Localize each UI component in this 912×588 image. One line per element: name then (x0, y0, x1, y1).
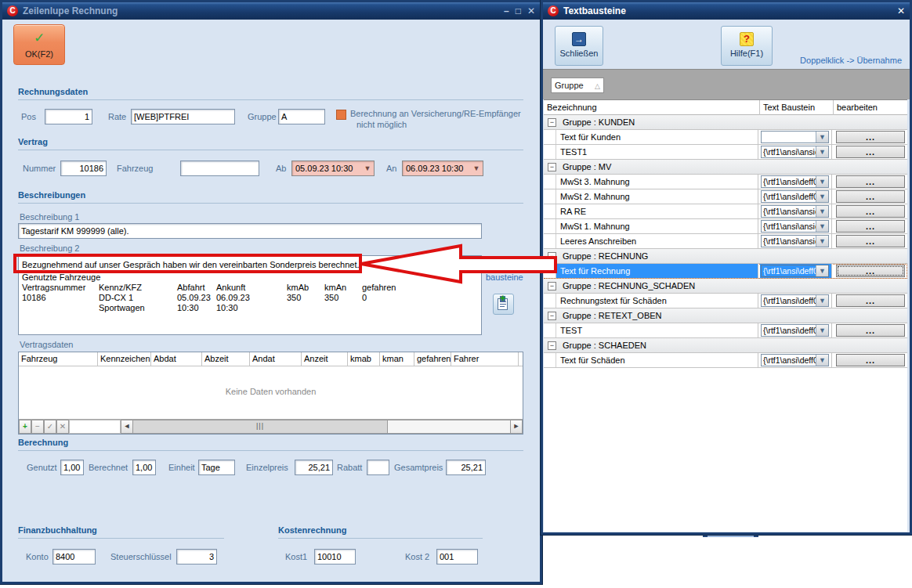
baustein-name-cell[interactable]: TEST1 (556, 145, 758, 159)
collapse-icon[interactable]: − (548, 118, 556, 127)
scrollbar-track[interactable] (388, 420, 510, 433)
an-date-combo[interactable]: 06.09.23 10:30 ▼ (402, 161, 483, 176)
collapse-icon[interactable]: − (548, 341, 556, 350)
rtf-combo[interactable]: {\rtf1\ansi\deff0▼ (761, 265, 829, 277)
chevron-down-icon[interactable]: ▼ (816, 206, 828, 217)
group-row[interactable]: −Gruppe : RETEXT_OBEN (544, 308, 907, 323)
textbaustein-row[interactable]: TEST{\rtf1\ansi\deff0▼... (544, 323, 907, 338)
textbaustein-row[interactable]: TEST1{\rtf1\ansi\ansicpg▼... (544, 145, 907, 160)
scroll-right-icon[interactable]: ► (510, 420, 522, 433)
vertragsdaten-column-header[interactable]: Anzeit (302, 352, 348, 366)
confirm-row-button[interactable]: ✓ (44, 420, 56, 434)
rtf-combo[interactable]: {\rtf1\ansi\ansicpg▼ (761, 235, 829, 247)
cancel-row-button[interactable]: ✕ (56, 420, 69, 434)
column-header-bearbeiten[interactable]: bearbeiten (834, 100, 907, 115)
chevron-down-icon[interactable]: ▼ (470, 164, 483, 172)
baustein-name-cell[interactable]: TEST (556, 323, 758, 337)
close-icon[interactable]: ✕ (527, 5, 535, 16)
rtf-combo[interactable]: {\rtf1\ansi\ansicpg▼ (761, 205, 829, 218)
edit-ellipsis-button[interactable]: ... (836, 235, 905, 247)
rtf-combo[interactable]: {\rtf1\ansi\deff0▼ (761, 354, 829, 366)
vertragsdaten-column-header[interactable]: Abzeit (202, 352, 250, 366)
textbaustein-row[interactable]: Text für Rechnung{\rtf1\ansi\deff0▼... (544, 264, 907, 279)
vertragsdaten-column-header[interactable]: kman (380, 352, 414, 366)
column-header-bezeichnung[interactable]: Bezeichnung (544, 100, 760, 115)
steuerschluessel-input[interactable]: 3 (176, 549, 217, 565)
rate-input[interactable]: [WEB]PTFREI (131, 109, 235, 124)
left-titlebar[interactable]: C Zeilenlupe Rechnung – □ ✕ (2, 2, 540, 20)
ok-button[interactable]: ✓ OK(F2) (13, 24, 65, 65)
kost1-input[interactable]: 10010 (314, 549, 356, 565)
chevron-down-icon[interactable]: ▼ (816, 176, 828, 187)
baustein-name-cell[interactable]: MwSt 1. Mahnung (556, 219, 758, 233)
genutzt-input[interactable]: 1,00 (60, 460, 84, 475)
textbaustein-row[interactable]: Text für Schäden{\rtf1\ansi\deff0▼... (544, 353, 907, 368)
pos-input[interactable]: 1 (45, 109, 92, 124)
ab-date-combo[interactable]: 05.09.23 10:30 ▼ (291, 161, 375, 176)
vertragsdaten-column-header[interactable]: Fahrzeug (19, 352, 98, 366)
chevron-down-icon[interactable]: ▼ (816, 236, 828, 247)
chevron-down-icon[interactable]: ▼ (816, 265, 828, 276)
scroll-left-icon[interactable]: ◄ (121, 420, 133, 433)
beschreibung2-textarea[interactable]: Bezugnehmend auf unser Gespräch haben wi… (18, 255, 482, 335)
kost2-input[interactable]: 001 (436, 549, 478, 565)
edit-ellipsis-button[interactable]: ... (836, 205, 905, 218)
edit-ellipsis-button[interactable]: ... (836, 146, 905, 158)
berechnung-checkbox[interactable] (336, 110, 346, 120)
rtf-combo[interactable]: {\rtf1\ansi\ansicpg▼ (761, 220, 829, 233)
group-row[interactable]: −Gruppe : MV (544, 160, 907, 175)
group-row[interactable]: −Gruppe : SCHAEDEN (544, 338, 907, 353)
berechnet-input[interactable]: 1,00 (132, 460, 156, 475)
close-icon[interactable]: ✕ (897, 5, 905, 16)
textbaustein-row[interactable]: MwSt 2. Mahnung{\rtf1\ansi\deff0▼... (544, 189, 907, 204)
open-textbausteine-button[interactable]: ✚ (493, 294, 514, 315)
baustein-name-cell[interactable]: Text für Rechnung (556, 264, 758, 278)
vertragsdaten-column-header[interactable]: Fahrer (451, 352, 519, 366)
vertragsdaten-column-header[interactable]: kmab (348, 352, 380, 366)
schliessen-button[interactable]: → Schließen (555, 26, 603, 66)
chevron-down-icon[interactable]: ▼ (361, 164, 374, 172)
textbaustein-row[interactable]: Text für Kunden▼... (544, 130, 907, 145)
horizontal-scrollbar[interactable]: ◄ ||| ► (121, 420, 523, 434)
chevron-down-icon[interactable]: ▼ (816, 325, 828, 336)
group-row[interactable]: −Gruppe : KUNDEN (544, 115, 907, 130)
fahrzeug-input[interactable] (180, 161, 259, 176)
collapse-icon[interactable]: − (548, 163, 556, 171)
textbaustein-row[interactable]: RA RE{\rtf1\ansi\ansicpg▼... (544, 204, 907, 219)
group-by-chip-gruppe[interactable]: Gruppe △ (551, 78, 604, 93)
vertragsdaten-column-header[interactable]: Abdat (151, 352, 202, 366)
chevron-down-icon[interactable]: ▼ (816, 146, 828, 157)
textbaustein-row[interactable]: Leeres Anschreiben{\rtf1\ansi\ansicpg▼..… (544, 234, 907, 249)
textbaustein-row[interactable]: MwSt 3. Mahnung{\rtf1\ansi\deff0▼... (544, 175, 907, 189)
gruppe-input[interactable]: A (278, 109, 325, 124)
add-row-button[interactable]: + (19, 420, 31, 434)
group-row[interactable]: −Gruppe : RECHNUNG (544, 249, 907, 264)
baustein-name-cell[interactable]: Text für Schäden (556, 353, 758, 367)
baustein-name-cell[interactable]: RA RE (556, 204, 758, 218)
edit-ellipsis-button[interactable]: ... (836, 175, 905, 188)
chevron-down-icon[interactable]: ▼ (816, 221, 828, 232)
konto-input[interactable]: 8400 (52, 549, 96, 565)
hilfe-button[interactable]: ? Hilfe(F1) (721, 26, 773, 66)
edit-ellipsis-button[interactable]: ... (836, 324, 905, 337)
baustein-name-cell[interactable]: Text für Kunden (556, 130, 758, 144)
edit-ellipsis-button[interactable]: ... (836, 354, 905, 366)
vertragsdaten-column-header[interactable]: Kennzeichen (98, 352, 151, 366)
rtf-combo[interactable]: {\rtf1\ansi\deff0▼ (761, 294, 829, 307)
maximize-icon[interactable]: □ (516, 5, 521, 16)
beschreibung1-input[interactable]: Tagestarif KM 999999 (alle). (18, 223, 482, 239)
textbaustein-row[interactable]: Rechnungstext für Schäden{\rtf1\ansi\def… (544, 294, 907, 308)
rtf-combo[interactable]: {\rtf1\ansi\deff0▼ (761, 175, 829, 188)
edit-ellipsis-button[interactable]: ... (836, 131, 905, 143)
chevron-down-icon[interactable]: ▼ (816, 355, 828, 366)
collapse-icon[interactable]: − (548, 282, 556, 290)
baustein-name-cell[interactable]: Rechnungstext für Schäden (556, 294, 758, 308)
delete-row-button[interactable]: − (31, 420, 44, 434)
minimize-icon[interactable]: – (504, 5, 509, 16)
vertragsdaten-column-header[interactable]: gefahren (414, 352, 451, 366)
collapse-icon[interactable]: − (548, 252, 556, 261)
nummer-input[interactable]: 10186 (60, 161, 107, 176)
column-header-text-baustein[interactable]: Text Baustein (760, 100, 834, 115)
baustein-name-cell[interactable]: MwSt 2. Mahnung (556, 189, 758, 204)
einzelpreis-input[interactable]: 25,21 (295, 460, 333, 475)
